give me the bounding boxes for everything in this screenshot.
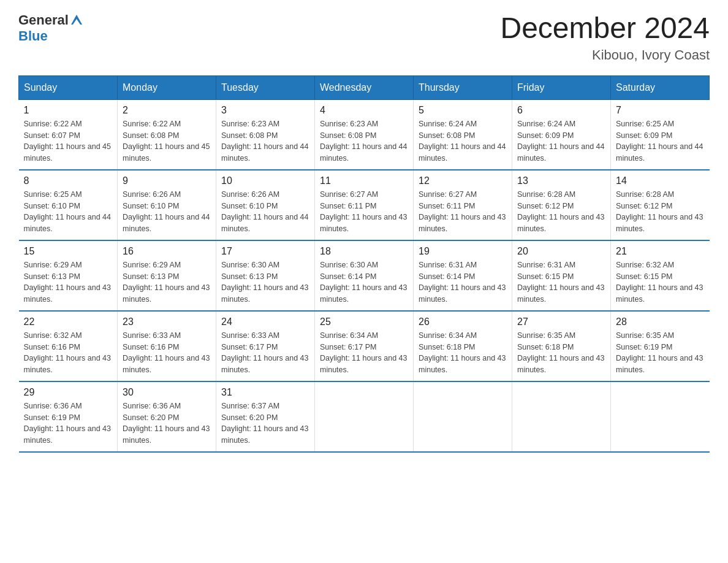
day-info: Sunrise: 6:36 AM Sunset: 6:19 PM Dayligh… <box>24 400 113 446</box>
calendar-cell: 24 Sunrise: 6:33 AM Sunset: 6:17 PM Dayl… <box>216 311 315 381</box>
day-number: 11 <box>320 175 408 186</box>
calendar-table: SundayMondayTuesdayWednesdayThursdayFrid… <box>18 75 710 453</box>
day-info: Sunrise: 6:24 AM Sunset: 6:09 PM Dayligh… <box>517 118 605 164</box>
day-info: Sunrise: 6:31 AM Sunset: 6:14 PM Dayligh… <box>419 259 507 305</box>
weekday-header-friday: Friday <box>512 75 611 99</box>
calendar-cell: 13 Sunrise: 6:28 AM Sunset: 6:12 PM Dayl… <box>512 170 611 240</box>
day-number: 31 <box>221 387 309 398</box>
day-number: 15 <box>24 246 113 257</box>
logo: General Blue <box>18 12 83 44</box>
calendar-cell: 12 Sunrise: 6:27 AM Sunset: 6:11 PM Dayl… <box>414 170 512 240</box>
day-info: Sunrise: 6:33 AM Sunset: 6:16 PM Dayligh… <box>123 330 211 376</box>
day-number: 9 <box>123 175 211 186</box>
day-info: Sunrise: 6:26 AM Sunset: 6:10 PM Dayligh… <box>221 189 309 235</box>
day-number: 27 <box>517 316 605 327</box>
day-number: 3 <box>221 105 309 116</box>
location-title: Kibouo, Ivory Coast <box>500 47 710 63</box>
day-info: Sunrise: 6:35 AM Sunset: 6:18 PM Dayligh… <box>517 330 605 376</box>
logo-general-text: General <box>18 12 69 28</box>
calendar-cell: 17 Sunrise: 6:30 AM Sunset: 6:13 PM Dayl… <box>216 240 315 311</box>
day-number: 18 <box>320 246 408 257</box>
weekday-header-row: SundayMondayTuesdayWednesdayThursdayFrid… <box>19 75 710 99</box>
day-info: Sunrise: 6:22 AM Sunset: 6:08 PM Dayligh… <box>123 118 211 164</box>
weekday-header-thursday: Thursday <box>414 75 512 99</box>
calendar-week-row: 1 Sunrise: 6:22 AM Sunset: 6:07 PM Dayli… <box>19 99 710 170</box>
calendar-cell: 19 Sunrise: 6:31 AM Sunset: 6:14 PM Dayl… <box>414 240 512 311</box>
calendar-week-row: 15 Sunrise: 6:29 AM Sunset: 6:13 PM Dayl… <box>19 240 710 311</box>
calendar-cell: 4 Sunrise: 6:23 AM Sunset: 6:08 PM Dayli… <box>315 99 414 170</box>
calendar-cell: 31 Sunrise: 6:37 AM Sunset: 6:20 PM Dayl… <box>216 381 315 452</box>
calendar-cell: 1 Sunrise: 6:22 AM Sunset: 6:07 PM Dayli… <box>19 99 118 170</box>
day-number: 26 <box>419 316 507 327</box>
calendar-cell: 2 Sunrise: 6:22 AM Sunset: 6:08 PM Dayli… <box>118 99 216 170</box>
day-info: Sunrise: 6:30 AM Sunset: 6:13 PM Dayligh… <box>221 259 309 305</box>
calendar-cell: 26 Sunrise: 6:34 AM Sunset: 6:18 PM Dayl… <box>414 311 512 381</box>
day-info: Sunrise: 6:30 AM Sunset: 6:14 PM Dayligh… <box>320 259 408 305</box>
weekday-header-wednesday: Wednesday <box>315 75 414 99</box>
calendar-cell <box>611 381 710 452</box>
day-info: Sunrise: 6:37 AM Sunset: 6:20 PM Dayligh… <box>221 400 309 446</box>
day-info: Sunrise: 6:27 AM Sunset: 6:11 PM Dayligh… <box>419 189 507 235</box>
calendar-cell: 6 Sunrise: 6:24 AM Sunset: 6:09 PM Dayli… <box>512 99 611 170</box>
calendar-cell: 18 Sunrise: 6:30 AM Sunset: 6:14 PM Dayl… <box>315 240 414 311</box>
day-number: 1 <box>24 105 113 116</box>
day-number: 25 <box>320 316 408 327</box>
day-number: 29 <box>24 387 113 398</box>
day-number: 19 <box>419 246 507 257</box>
day-number: 30 <box>123 387 211 398</box>
month-title: December 2024 <box>500 12 710 45</box>
calendar-week-row: 8 Sunrise: 6:25 AM Sunset: 6:10 PM Dayli… <box>19 170 710 240</box>
day-number: 22 <box>24 316 113 327</box>
calendar-cell: 27 Sunrise: 6:35 AM Sunset: 6:18 PM Dayl… <box>512 311 611 381</box>
day-number: 21 <box>616 246 705 257</box>
calendar-cell: 5 Sunrise: 6:24 AM Sunset: 6:08 PM Dayli… <box>414 99 512 170</box>
calendar-cell: 21 Sunrise: 6:32 AM Sunset: 6:15 PM Dayl… <box>611 240 710 311</box>
day-info: Sunrise: 6:27 AM Sunset: 6:11 PM Dayligh… <box>320 189 408 235</box>
day-number: 16 <box>123 246 211 257</box>
day-number: 4 <box>320 105 408 116</box>
day-number: 14 <box>616 175 705 186</box>
weekday-header-sunday: Sunday <box>19 75 118 99</box>
day-info: Sunrise: 6:25 AM Sunset: 6:09 PM Dayligh… <box>616 118 705 164</box>
weekday-header-saturday: Saturday <box>611 75 710 99</box>
calendar-cell: 25 Sunrise: 6:34 AM Sunset: 6:17 PM Dayl… <box>315 311 414 381</box>
weekday-header-tuesday: Tuesday <box>216 75 315 99</box>
day-number: 6 <box>517 105 605 116</box>
calendar-cell: 7 Sunrise: 6:25 AM Sunset: 6:09 PM Dayli… <box>611 99 710 170</box>
day-info: Sunrise: 6:28 AM Sunset: 6:12 PM Dayligh… <box>517 189 605 235</box>
day-number: 7 <box>616 105 705 116</box>
day-number: 10 <box>221 175 309 186</box>
day-number: 13 <box>517 175 605 186</box>
logo-triangle-icon <box>70 13 83 27</box>
day-info: Sunrise: 6:22 AM Sunset: 6:07 PM Dayligh… <box>24 118 113 164</box>
day-info: Sunrise: 6:31 AM Sunset: 6:15 PM Dayligh… <box>517 259 605 305</box>
calendar-cell: 14 Sunrise: 6:28 AM Sunset: 6:12 PM Dayl… <box>611 170 710 240</box>
day-number: 8 <box>24 175 113 186</box>
day-info: Sunrise: 6:24 AM Sunset: 6:08 PM Dayligh… <box>419 118 507 164</box>
calendar-cell: 10 Sunrise: 6:26 AM Sunset: 6:10 PM Dayl… <box>216 170 315 240</box>
day-number: 5 <box>419 105 507 116</box>
calendar-cell: 28 Sunrise: 6:35 AM Sunset: 6:19 PM Dayl… <box>611 311 710 381</box>
day-number: 2 <box>123 105 211 116</box>
calendar-week-row: 29 Sunrise: 6:36 AM Sunset: 6:19 PM Dayl… <box>19 381 710 452</box>
page-header: General Blue December 2024 Kibouo, Ivory… <box>18 12 710 63</box>
day-info: Sunrise: 6:36 AM Sunset: 6:20 PM Dayligh… <box>123 400 211 446</box>
day-info: Sunrise: 6:29 AM Sunset: 6:13 PM Dayligh… <box>24 259 113 305</box>
calendar-cell <box>414 381 512 452</box>
weekday-header-monday: Monday <box>118 75 216 99</box>
calendar-cell: 11 Sunrise: 6:27 AM Sunset: 6:11 PM Dayl… <box>315 170 414 240</box>
day-info: Sunrise: 6:34 AM Sunset: 6:18 PM Dayligh… <box>419 330 507 376</box>
day-number: 28 <box>616 316 705 327</box>
calendar-week-row: 22 Sunrise: 6:32 AM Sunset: 6:16 PM Dayl… <box>19 311 710 381</box>
calendar-cell: 16 Sunrise: 6:29 AM Sunset: 6:13 PM Dayl… <box>118 240 216 311</box>
calendar-cell: 9 Sunrise: 6:26 AM Sunset: 6:10 PM Dayli… <box>118 170 216 240</box>
day-number: 23 <box>123 316 211 327</box>
day-number: 12 <box>419 175 507 186</box>
calendar-cell: 20 Sunrise: 6:31 AM Sunset: 6:15 PM Dayl… <box>512 240 611 311</box>
title-section: December 2024 Kibouo, Ivory Coast <box>500 12 710 63</box>
day-info: Sunrise: 6:25 AM Sunset: 6:10 PM Dayligh… <box>24 189 113 235</box>
day-info: Sunrise: 6:32 AM Sunset: 6:16 PM Dayligh… <box>24 330 113 376</box>
day-info: Sunrise: 6:33 AM Sunset: 6:17 PM Dayligh… <box>221 330 309 376</box>
day-info: Sunrise: 6:35 AM Sunset: 6:19 PM Dayligh… <box>616 330 705 376</box>
logo-blue-text: Blue <box>18 28 48 44</box>
